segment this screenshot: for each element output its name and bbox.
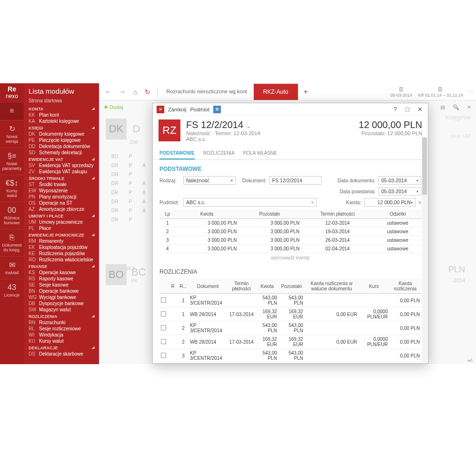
module-item[interactable]: EKEksploatacja pojazdów (24, 244, 99, 250)
module-item[interactable]: SESesje kasowe (24, 282, 99, 288)
window-close-icon[interactable]: ✕ (416, 106, 424, 113)
module-group[interactable]: ŚRODKI TRWAŁE◢ (24, 175, 99, 181)
iconbar-item[interactable]: ↻Nowa wersja (0, 120, 24, 148)
nav-home-icon[interactable]: ⌂ (130, 86, 140, 98)
table-row[interactable]: 1KP 3/CENTR/2014543,00 PLN543,00 PLN0,00… (159, 294, 421, 307)
doc-subtitle: Należność · Termin: 12-03-2014 (186, 130, 353, 136)
footer-plus-minus[interactable]: +/- (467, 358, 473, 363)
module-item[interactable]: RSRaporty kasowe (24, 276, 99, 282)
podmiot-field[interactable]: ABC s.c.≡ (183, 198, 317, 207)
tab-rozliczenia[interactable]: ROZLICZENIA (203, 148, 235, 159)
module-item[interactable]: RMRemanenty (24, 238, 99, 244)
module-item[interactable]: BNOperacje bankowe (24, 288, 99, 294)
filter-icon[interactable]: ▤ (440, 104, 445, 110)
module-item[interactable]: KKPlan kont (24, 112, 99, 118)
date-picker[interactable]: 🗓05-03-2014 (390, 86, 412, 98)
module-group[interactable]: DEKLARACJE◢ (24, 344, 99, 351)
module-item[interactable]: KERozliczenia pojazdów (24, 250, 99, 257)
gear-icon[interactable]: ✲ (213, 106, 221, 113)
table-row[interactable]: 2WB 28/201417-03-2014169,32 EUR169,32 EU… (159, 335, 421, 349)
module-group[interactable]: KSIĘGI◢ (24, 124, 99, 131)
module-item[interactable]: SWMagazyn walut (24, 307, 99, 313)
module-item[interactable]: DSDeklaracje skarbowe (24, 351, 99, 357)
table-row[interactable]: 43 000,00 PLN3 000,00 PLN02-04-2014ustaw… (159, 245, 421, 253)
module-item[interactable]: DKDokumenty księgowe (24, 131, 99, 137)
nav-forward-icon[interactable]: → (116, 86, 129, 98)
table-row[interactable]: 1WB 28/201417-03-2014169,32 EUR169,32 EU… (159, 307, 421, 321)
table-row[interactable]: 2KP 3/CENTR/2014543,00 PLN543,00 PLN0,00… (159, 321, 421, 335)
module-group[interactable]: FINANSE◢ (24, 263, 99, 269)
dokument-field[interactable]: FS 12/2/2014 (269, 176, 322, 185)
tab-rozrachunki[interactable]: Rozrachunki nierozliczone wg kont (161, 87, 251, 97)
module-item[interactable]: SVEwidencja VAT sprzedaży (24, 162, 99, 169)
row-checkbox[interactable] (161, 339, 166, 344)
data-dokumentu-field[interactable]: 05-03-2014▾ (378, 176, 421, 185)
iconbar-item[interactable]: 43Licencje (0, 279, 24, 301)
iconbar-item[interactable]: €$↕Kursy walut (0, 175, 24, 202)
module-item[interactable]: WIWindykacja (24, 332, 99, 338)
add-button[interactable]: ✚ Dodaj (104, 104, 123, 110)
nav-refresh-icon[interactable]: ↻ (142, 86, 153, 98)
menu-icon[interactable]: ≡ (418, 199, 421, 205)
help-icon[interactable]: ? (391, 106, 399, 113)
table-row[interactable]: 3KP 3/CENTR/2014543,00 PLN543,00 PLN0,00… (159, 349, 421, 363)
new-tab-icon[interactable]: + (300, 88, 312, 96)
module-item[interactable]: RLSesje rozliczeniowe (24, 326, 99, 332)
module-group[interactable]: KONTA◢ (24, 105, 99, 112)
period-picker[interactable]: 🗓KR 01.01.14 – 31.12.14 (418, 86, 463, 98)
iconbar-toggle[interactable]: ≡ (0, 102, 24, 120)
module-group[interactable]: ROZLICZENIA◢ (24, 313, 99, 319)
module-item[interactable]: KUKursy walut (24, 338, 99, 344)
module-item[interactable]: ZVEwidencja VAT zakupu (24, 169, 99, 175)
maximize-icon[interactable]: □ (403, 106, 412, 113)
iconbar-item[interactable]: ⎘Dokument do księg. (0, 229, 24, 256)
tab-podstawowe[interactable]: PODSTAWOWE (159, 148, 195, 159)
iconbar-item[interactable]: §≡Nowe parametry (0, 148, 24, 175)
start-page-link[interactable]: Strona startowa (24, 97, 99, 105)
module-item[interactable]: SDSchematy dekretacji (24, 149, 99, 156)
search-icon[interactable]: 🔍 (453, 104, 459, 110)
module-item[interactable]: RORozliczenia właścicielskie (24, 257, 99, 263)
module-item[interactable]: STŚrodki trwałe (24, 181, 99, 188)
module-item[interactable]: PLPłace (24, 225, 99, 231)
module-item[interactable]: DDDekretacja dokumentów (24, 143, 99, 149)
data-powstania-field[interactable]: 05-03-2014▾ (378, 187, 421, 196)
module-group[interactable]: UMOWY I PŁACE◢ (24, 212, 99, 219)
module-item[interactable]: OSOperacje na ŚT (24, 200, 99, 206)
table-row[interactable]: 13 000,00 PLN3 000,00 PLN12-03-2014ustaw… (159, 219, 421, 228)
close-label[interactable]: Zamknij (168, 107, 187, 112)
iconbar-item[interactable]: 00Różnice kursowe (0, 202, 24, 229)
module-item[interactable]: EWWyposażenie (24, 188, 99, 194)
module-item[interactable]: DBDyspozycje bankowe (24, 300, 99, 307)
module-item[interactable]: UMUmowy pracownicze (24, 219, 99, 225)
row-checkbox[interactable] (161, 298, 166, 303)
row-checkbox[interactable] (161, 325, 166, 330)
module-item[interactable]: WGWyciągi bankowe (24, 294, 99, 300)
enter-amount-hint[interactable]: wprowadź kwotę (159, 253, 421, 262)
iconbar-item[interactable]: ✉InsMail (0, 256, 24, 279)
module-item[interactable]: KSOperacje kasowe (24, 269, 99, 276)
module-item[interactable]: PEPieczęcie księgowe (24, 137, 99, 143)
module-group[interactable]: EWIDENCJE VAT◢ (24, 156, 99, 162)
module-item[interactable]: KAKartoteki księgowe (24, 118, 99, 124)
module-item[interactable]: AZAmortyzacje zbiorcze (24, 206, 99, 212)
more-icon[interactable]: ⋯ (469, 89, 473, 94)
table-row[interactable]: 23 000,00 PLN3 000,00 PLN19-03-2014ustaw… (159, 228, 421, 236)
nav-back-icon[interactable]: ← (102, 86, 114, 98)
close-filter-icon[interactable]: ✕ (467, 104, 471, 110)
close-icon[interactable]: ✕ (157, 106, 164, 113)
row-checkbox[interactable] (161, 353, 166, 358)
doc-title[interactable]: FS 12/2/2014 ⌄ (186, 119, 353, 130)
tab-rkz-auto[interactable]: RKZ-Auto (254, 84, 298, 100)
tab-pola-wlasne[interactable]: POLA WŁASNE (243, 148, 277, 159)
module-item[interactable]: RNRozrachunki (24, 319, 99, 326)
table-row[interactable]: 33 000,00 PLN3 000,00 PLN26-03-2014ustaw… (159, 236, 421, 245)
rodzaj-select[interactable]: Należność▾ (183, 176, 236, 185)
podmiot-button[interactable]: Podmiot (190, 107, 209, 112)
kwota-field[interactable]: 12 000,00 PLN ▾ (364, 198, 416, 207)
module-item[interactable]: PNPlany amortyzacji (24, 194, 99, 200)
scrollbar[interactable] (422, 137, 427, 363)
row-checkbox[interactable] (161, 311, 166, 317)
module-group[interactable]: EWIDENCJE POMOCNICZE◢ (24, 231, 99, 238)
table-row[interactable]: 3WB 28/201417-03-2014169,32 EUR169,32 EU… (159, 363, 421, 364)
